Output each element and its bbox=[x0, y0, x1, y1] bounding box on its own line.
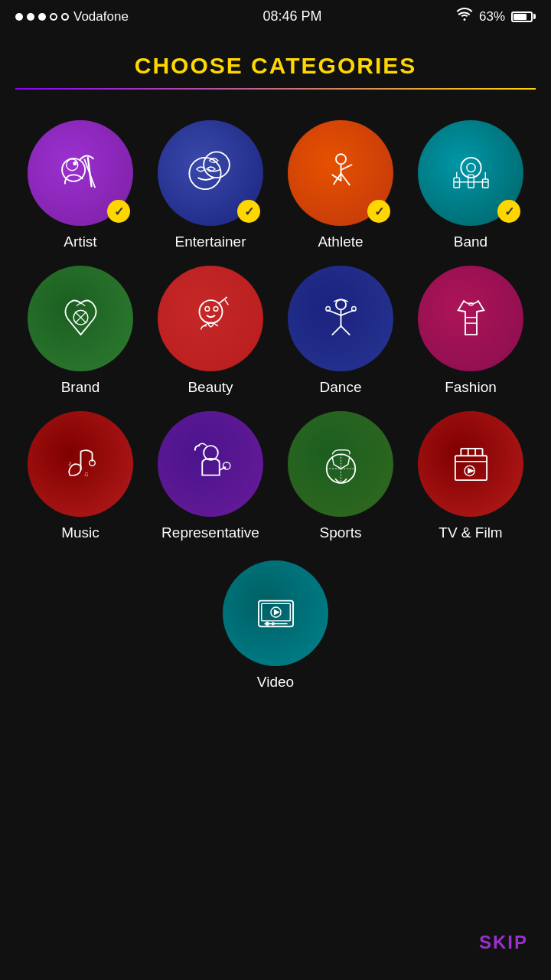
category-video[interactable]: Video bbox=[223, 560, 328, 691]
svg-point-22 bbox=[214, 306, 218, 311]
beauty-icon bbox=[182, 290, 240, 348]
beauty-label: Beauty bbox=[187, 379, 233, 396]
category-representative[interactable]: Representative bbox=[149, 411, 272, 541]
fashion-circle bbox=[418, 266, 523, 371]
entertainer-check: ✓ bbox=[237, 200, 260, 223]
athlete-icon bbox=[312, 145, 370, 202]
band-circle: ✓ bbox=[418, 120, 523, 226]
fashion-icon bbox=[442, 290, 500, 348]
header-divider bbox=[15, 88, 536, 90]
athlete-label: Athlete bbox=[318, 234, 363, 250]
representative-label: Representative bbox=[161, 524, 259, 541]
status-bar: Vodafone 08:46 PM 63% bbox=[0, 0, 551, 30]
video-label: Video bbox=[257, 674, 294, 691]
artist-label: Artist bbox=[64, 234, 96, 250]
category-band[interactable]: ✓ Band bbox=[409, 120, 532, 250]
entertainer-label: Entertainer bbox=[175, 234, 246, 250]
svg-text:♫: ♫ bbox=[83, 469, 88, 477]
wifi-icon bbox=[456, 8, 473, 25]
dot3 bbox=[38, 13, 46, 21]
artist-icon bbox=[52, 145, 109, 202]
sports-circle bbox=[288, 411, 393, 517]
tvfilm-icon bbox=[442, 436, 500, 493]
music-circle: ♪ ♫ bbox=[28, 411, 133, 517]
band-icon bbox=[442, 145, 500, 202]
battery-percent: 63% bbox=[479, 9, 505, 24]
video-icon bbox=[247, 585, 305, 642]
svg-point-25 bbox=[335, 299, 345, 309]
dot5 bbox=[61, 13, 69, 21]
beauty-circle bbox=[158, 266, 263, 371]
svg-rect-11 bbox=[454, 178, 460, 188]
representative-circle bbox=[158, 411, 263, 517]
video-circle bbox=[223, 560, 328, 666]
band-label: Band bbox=[454, 234, 487, 250]
category-artist[interactable]: ✓ Artist bbox=[19, 120, 142, 250]
svg-rect-13 bbox=[482, 179, 488, 188]
category-tvfilm[interactable]: TV & Film bbox=[409, 411, 532, 541]
svg-rect-41 bbox=[455, 456, 486, 480]
brand-label: Brand bbox=[61, 379, 100, 396]
category-fashion[interactable]: Fashion bbox=[409, 266, 532, 396]
tvfilm-circle bbox=[418, 411, 523, 517]
representative-icon bbox=[182, 436, 240, 493]
brand-icon bbox=[52, 290, 109, 348]
svg-point-7 bbox=[335, 154, 345, 164]
category-sports[interactable]: Sports bbox=[279, 411, 402, 541]
entertainer-icon bbox=[182, 145, 240, 202]
video-row: Video bbox=[0, 549, 551, 698]
tvfilm-label: TV & Film bbox=[439, 524, 502, 541]
categories-grid: ✓ Artist ✓ Entertainer bbox=[0, 97, 551, 549]
svg-point-20 bbox=[199, 300, 222, 323]
dance-label: Dance bbox=[320, 379, 362, 396]
fashion-label: Fashion bbox=[445, 379, 497, 396]
svg-point-6 bbox=[204, 152, 230, 178]
battery-icon bbox=[511, 11, 536, 22]
signal-dots bbox=[15, 13, 69, 21]
dance-circle bbox=[288, 266, 393, 371]
artist-circle: ✓ bbox=[28, 120, 133, 226]
page-title: CHOOSE CATEGORIES bbox=[15, 53, 536, 79]
status-left: Vodafone bbox=[15, 9, 129, 24]
category-brand[interactable]: Brand bbox=[19, 266, 142, 396]
skip-button[interactable]: SKIP bbox=[479, 932, 528, 953]
music-label: Music bbox=[61, 524, 99, 541]
brand-circle bbox=[28, 266, 133, 371]
svg-point-3 bbox=[73, 162, 77, 165]
band-check: ✓ bbox=[497, 200, 520, 223]
category-beauty[interactable]: Beauty bbox=[149, 266, 272, 396]
category-music[interactable]: ♪ ♫ Music bbox=[19, 411, 142, 541]
entertainer-circle: ✓ bbox=[158, 120, 263, 226]
page-header: CHOOSE CATEGORIES bbox=[0, 30, 551, 97]
time-display: 08:46 PM bbox=[262, 8, 321, 24]
category-dance[interactable]: Dance bbox=[279, 266, 402, 396]
athlete-check: ✓ bbox=[367, 200, 390, 223]
category-athlete[interactable]: ✓ Athlete bbox=[279, 120, 402, 250]
artist-check: ✓ bbox=[107, 200, 130, 223]
svg-point-21 bbox=[205, 306, 210, 311]
svg-point-52 bbox=[266, 622, 269, 625]
svg-line-24 bbox=[225, 300, 228, 305]
dot4 bbox=[50, 13, 57, 21]
athlete-circle: ✓ bbox=[288, 120, 393, 226]
music-icon: ♪ ♫ bbox=[52, 436, 109, 493]
svg-point-10 bbox=[466, 163, 474, 172]
status-right: 63% bbox=[456, 8, 536, 25]
dot1 bbox=[15, 13, 23, 21]
svg-text:♪: ♪ bbox=[67, 459, 71, 467]
dot2 bbox=[27, 13, 34, 21]
carrier-label: Vodafone bbox=[73, 9, 129, 24]
category-entertainer[interactable]: ✓ Entertainer bbox=[149, 120, 272, 250]
sports-icon bbox=[312, 436, 370, 493]
dance-icon bbox=[312, 290, 370, 348]
sports-label: Sports bbox=[320, 524, 362, 541]
svg-point-53 bbox=[272, 622, 274, 625]
